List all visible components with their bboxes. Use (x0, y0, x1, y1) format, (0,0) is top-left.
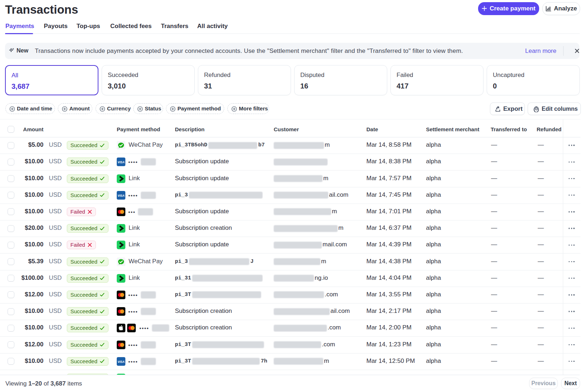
svg-text:VISA: VISA (117, 161, 124, 164)
svg-text:VISA: VISA (117, 360, 124, 363)
svg-text:VISA: VISA (117, 194, 124, 197)
